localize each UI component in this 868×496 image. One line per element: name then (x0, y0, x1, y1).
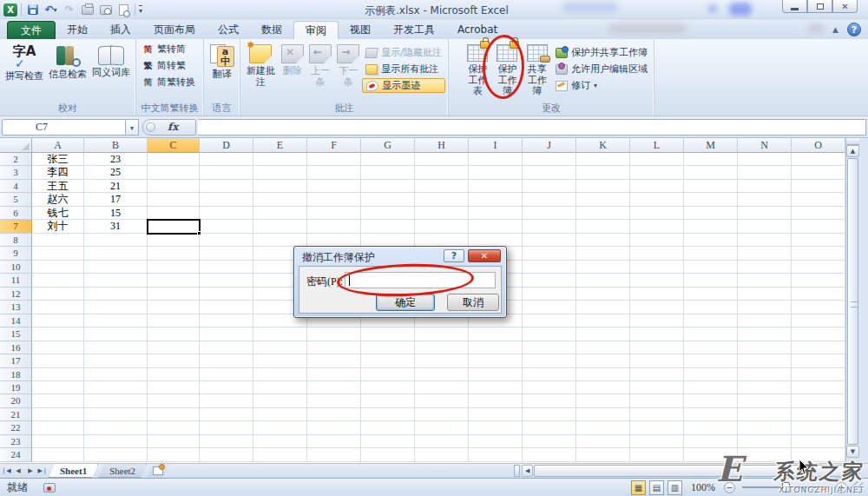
cell-K9[interactable] (576, 247, 630, 260)
first-sheet-button[interactable]: ❘◀ (0, 464, 12, 478)
cell-N23[interactable] (738, 435, 792, 448)
cell-C4[interactable] (148, 180, 200, 193)
cell-N14[interactable] (738, 314, 792, 327)
cell-B9[interactable] (84, 247, 148, 260)
cell-H5[interactable] (415, 193, 469, 206)
vertical-scroll-thumb[interactable] (847, 158, 858, 445)
cell-N5[interactable] (738, 193, 792, 206)
cell-D21[interactable] (200, 408, 253, 421)
cell-O15[interactable] (792, 327, 845, 341)
cell-L4[interactable] (630, 180, 684, 193)
row-header-12[interactable]: 12 (0, 288, 32, 301)
cancel-button[interactable]: 取消 (447, 294, 499, 311)
cell-J18[interactable] (523, 368, 576, 381)
cell-I7[interactable] (469, 220, 523, 233)
show-ink-button[interactable]: 显示墨迹 (362, 78, 445, 93)
cell-A11[interactable] (32, 274, 84, 287)
cell-O3[interactable] (792, 166, 845, 179)
zoom-slider-track[interactable] (742, 486, 829, 488)
cell-F22[interactable] (307, 421, 361, 434)
minimize-button[interactable] (782, 0, 807, 13)
cell-G21[interactable] (361, 408, 415, 421)
row-header-23[interactable]: 23 (0, 435, 32, 448)
cell-C22[interactable] (148, 421, 200, 434)
cell-D16[interactable] (200, 341, 253, 354)
cell-L7[interactable] (630, 220, 684, 233)
cell-G3[interactable] (361, 166, 415, 179)
row-header-19[interactable]: 19 (0, 381, 32, 394)
cell-O22[interactable] (792, 421, 845, 434)
cell-L19[interactable] (630, 381, 684, 394)
column-header-M[interactable]: M (684, 138, 738, 153)
resize-grip[interactable] (851, 481, 863, 493)
cell-M16[interactable] (684, 341, 738, 354)
row-header-11[interactable]: 11 (0, 274, 32, 287)
cell-K5[interactable] (576, 193, 630, 206)
cell-K22[interactable] (576, 421, 630, 434)
cell-O5[interactable] (792, 193, 845, 206)
cell-G4[interactable] (361, 180, 415, 193)
column-header-N[interactable]: N (738, 138, 792, 153)
undo-dropdown-icon[interactable]: ▾ (54, 6, 57, 14)
cell-J22[interactable] (523, 421, 576, 434)
cell-D15[interactable] (200, 327, 253, 341)
cell-C12[interactable] (148, 288, 200, 301)
cell-M9[interactable] (684, 247, 738, 260)
cell-J23[interactable] (523, 435, 576, 448)
screenshot-button[interactable] (98, 3, 113, 17)
cell-L9[interactable] (630, 247, 684, 260)
cell-J15[interactable] (523, 327, 576, 341)
cell-D7[interactable] (200, 220, 253, 233)
row-header-18[interactable]: 18 (0, 368, 32, 381)
close-button[interactable]: ✕ (832, 0, 858, 13)
horizontal-scrollbar[interactable]: ◀ ▶ (522, 465, 859, 477)
vertical-scrollbar[interactable]: ▲ ▼ (845, 138, 859, 463)
column-header-H[interactable]: H (415, 138, 469, 153)
cell-D18[interactable] (200, 368, 253, 381)
cell-O14[interactable] (792, 314, 845, 327)
cell-D6[interactable] (200, 207, 253, 220)
track-changes-button[interactable]: 修订 ▾ (552, 78, 651, 93)
insert-sheet-tab[interactable] (147, 464, 169, 478)
cell-N4[interactable] (738, 180, 792, 193)
cell-F23[interactable] (307, 435, 361, 448)
active-cell-selection[interactable] (147, 219, 201, 235)
cell-K14[interactable] (576, 314, 630, 327)
cell-B12[interactable] (84, 288, 148, 301)
cell-E24[interactable] (253, 448, 307, 461)
cell-J2[interactable] (523, 153, 576, 166)
cell-G16[interactable] (361, 341, 415, 354)
cell-J5[interactable] (523, 193, 576, 206)
sheet-tab-sheet1[interactable]: Sheet1 (49, 464, 98, 478)
fill-handle[interactable] (197, 231, 201, 235)
cell-A7[interactable]: 刘十 (32, 220, 84, 233)
cell-H4[interactable] (415, 180, 469, 193)
cell-L18[interactable] (630, 368, 684, 381)
cell-K15[interactable] (576, 327, 630, 341)
tab-file[interactable]: 文件 (7, 21, 56, 39)
protect-and-share-workbook-button[interactable]: 保护并共享工作簿 (552, 45, 651, 60)
save-button[interactable] (25, 3, 40, 17)
cell-L21[interactable] (630, 408, 684, 421)
cell-C3[interactable] (148, 166, 200, 179)
cell-E8[interactable] (253, 234, 307, 247)
name-box[interactable]: C7 (2, 119, 126, 136)
cell-C14[interactable] (148, 314, 200, 327)
cell-O13[interactable] (792, 301, 845, 314)
cell-O9[interactable] (792, 247, 845, 260)
cell-H24[interactable] (415, 448, 469, 461)
cell-M22[interactable] (684, 421, 738, 434)
cell-G7[interactable] (361, 220, 415, 233)
row-header-2[interactable]: 2 (0, 153, 32, 166)
cell-J13[interactable] (523, 301, 576, 314)
row-header-24[interactable]: 24 (0, 448, 32, 461)
cell-F5[interactable] (307, 193, 361, 206)
cell-O20[interactable] (792, 394, 845, 407)
cell-H21[interactable] (415, 408, 469, 421)
cell-N18[interactable] (738, 368, 792, 381)
cell-K20[interactable] (576, 394, 630, 407)
cell-C9[interactable] (148, 247, 200, 260)
cell-D12[interactable] (200, 288, 253, 301)
cell-E5[interactable] (253, 193, 307, 206)
cell-E20[interactable] (253, 394, 307, 407)
